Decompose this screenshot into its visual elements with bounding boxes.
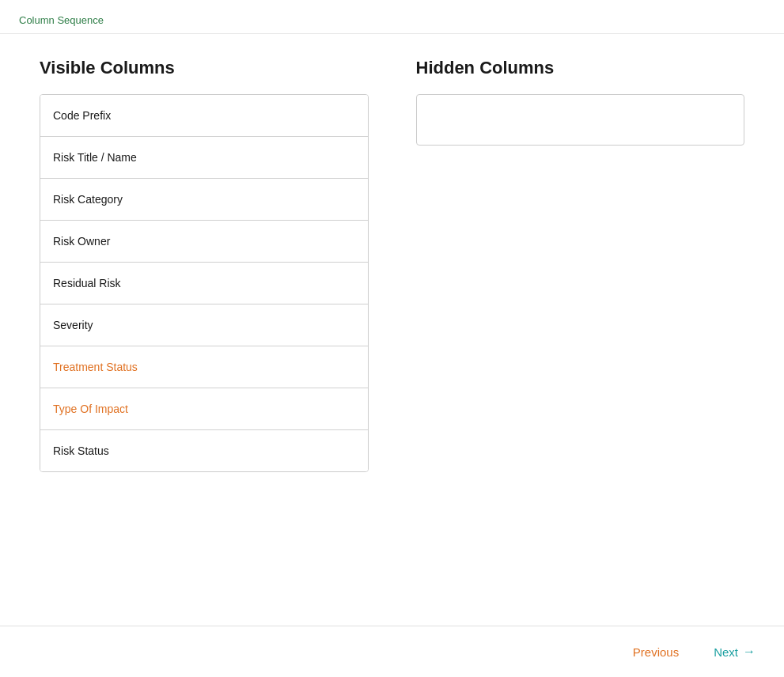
list-item[interactable]: Risk Category bbox=[40, 179, 368, 221]
page-header: Column Sequence bbox=[0, 0, 784, 34]
list-item[interactable]: Type Of Impact bbox=[40, 388, 368, 430]
footer: Previous Next → bbox=[0, 626, 784, 677]
list-item[interactable]: Code Prefix bbox=[40, 95, 368, 137]
arrow-icon: → bbox=[743, 645, 756, 659]
main-content: Visible Columns Code PrefixRisk Title / … bbox=[0, 34, 784, 496]
list-item[interactable]: Risk Owner bbox=[40, 221, 368, 263]
visible-columns-list: Code PrefixRisk Title / NameRisk Categor… bbox=[40, 94, 369, 472]
visible-columns-heading: Visible Columns bbox=[40, 58, 369, 78]
list-item[interactable]: Risk Title / Name bbox=[40, 137, 368, 179]
hidden-columns-box bbox=[416, 94, 745, 146]
hidden-columns-section: Hidden Columns bbox=[416, 58, 745, 472]
list-item[interactable]: Risk Status bbox=[40, 430, 368, 471]
visible-columns-section: Visible Columns Code PrefixRisk Title / … bbox=[40, 58, 369, 472]
previous-button[interactable]: Previous bbox=[623, 639, 688, 665]
list-item[interactable]: Treatment Status bbox=[40, 346, 368, 388]
list-item[interactable]: Residual Risk bbox=[40, 263, 368, 304]
hidden-columns-heading: Hidden Columns bbox=[416, 58, 745, 78]
list-item[interactable]: Severity bbox=[40, 304, 368, 346]
next-label: Next bbox=[714, 645, 738, 659]
page-title: Column Sequence bbox=[19, 14, 104, 26]
next-button[interactable]: Next → bbox=[704, 638, 765, 665]
